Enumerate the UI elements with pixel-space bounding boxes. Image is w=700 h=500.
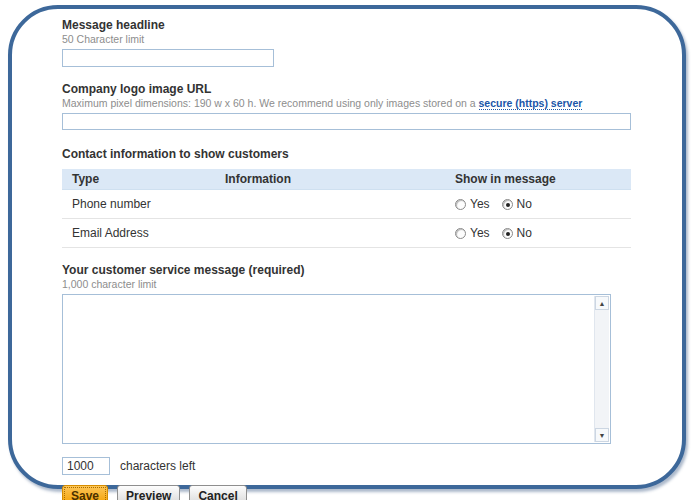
phone-type-cell: Phone number — [62, 197, 225, 211]
cancel-button[interactable]: Cancel — [189, 485, 246, 500]
service-message-hint: 1,000 character limit — [62, 278, 634, 291]
save-button[interactable]: Save — [62, 485, 108, 500]
dialog-frame: Message headline 50 Character limit Comp… — [8, 5, 686, 489]
email-yes-radio[interactable] — [455, 228, 466, 239]
contact-table: Type Information Show in message Phone n… — [62, 169, 631, 248]
table-row-phone: Phone number Yes No — [62, 190, 631, 219]
phone-show-cell: Yes No — [455, 197, 631, 211]
characters-left-label: characters left — [120, 459, 195, 473]
logo-url-input[interactable] — [62, 113, 631, 130]
textarea-scrollbar[interactable]: ▲ ▼ — [594, 296, 609, 442]
characters-left-input[interactable] — [62, 457, 110, 475]
scroll-down-icon[interactable]: ▼ — [595, 428, 609, 442]
email-yes-label[interactable]: Yes — [470, 226, 490, 240]
scroll-up-icon[interactable]: ▲ — [595, 296, 609, 310]
phone-no-label[interactable]: No — [517, 197, 532, 211]
preview-button[interactable]: Preview — [117, 485, 180, 500]
contact-heading: Contact information to show customers — [62, 147, 634, 161]
message-headline-input[interactable] — [62, 49, 274, 67]
email-show-cell: Yes No — [455, 226, 631, 240]
logo-url-label: Company logo image URL — [62, 82, 634, 96]
contact-table-header: Type Information Show in message — [62, 169, 631, 190]
logo-url-hint-text: Maximum pixel dimensions: 190 w x 60 h. … — [62, 97, 479, 109]
service-message-label: Your customer service message (required) — [62, 263, 634, 277]
table-row-email: Email Address Yes No — [62, 219, 631, 248]
email-no-label[interactable]: No — [517, 226, 532, 240]
logo-url-hint: Maximum pixel dimensions: 190 w x 60 h. … — [62, 97, 634, 110]
email-no-radio[interactable] — [502, 228, 513, 239]
phone-yes-radio[interactable] — [455, 199, 466, 210]
phone-no-radio[interactable] — [502, 199, 513, 210]
col-header-information: Information — [225, 172, 455, 186]
secure-server-link[interactable]: secure (https) server — [479, 97, 583, 110]
col-header-type: Type — [62, 172, 225, 186]
col-header-show: Show in message — [455, 172, 631, 186]
characters-left-row: characters left — [62, 457, 634, 475]
email-type-cell: Email Address — [62, 226, 225, 240]
form-content: Message headline 50 Character limit Comp… — [62, 18, 634, 500]
message-headline-label: Message headline — [62, 18, 634, 32]
service-message-textarea[interactable]: ▲ ▼ — [62, 294, 611, 444]
page: Message headline 50 Character limit Comp… — [0, 0, 700, 500]
message-headline-hint: 50 Character limit — [62, 33, 634, 46]
action-buttons: Save Preview Cancel — [62, 485, 634, 500]
phone-yes-label[interactable]: Yes — [470, 197, 490, 211]
